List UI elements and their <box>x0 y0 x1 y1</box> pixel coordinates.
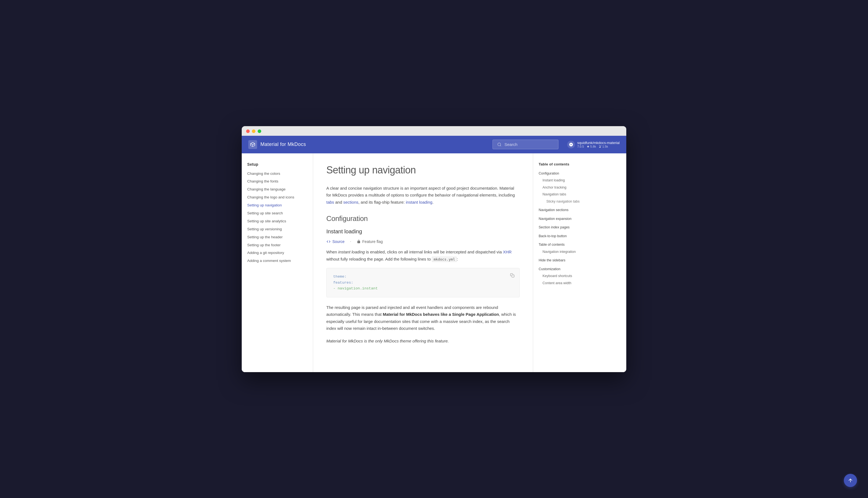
repo-version: 7.0.5 <box>577 145 584 148</box>
page-title: Setting up navigation <box>326 165 520 176</box>
tabs-link[interactable]: tabs <box>326 200 334 205</box>
feature-label: Source · Feature flag <box>326 239 520 244</box>
toc-item-instant-loading[interactable]: Instant loading <box>539 177 593 184</box>
sidebar-item-colors[interactable]: Changing the colors <box>247 170 307 178</box>
browser-window: Material for MkDocs Search squidfunk/mkd… <box>242 126 626 372</box>
toc-item-nav-expansion[interactable]: Navigation expansion <box>539 215 593 223</box>
sidebar: Setup Changing the colors Changing the f… <box>242 153 313 372</box>
sidebar-item-language[interactable]: Changing the language <box>247 185 307 194</box>
page-content: Setting up navigation A clear and concis… <box>313 153 533 372</box>
close-button[interactable] <box>246 129 250 133</box>
navbar-logo[interactable]: Material for MkDocs <box>248 140 306 149</box>
repo-name: squidfunk/mkdocs-material <box>577 141 620 145</box>
sidebar-item-fonts[interactable]: Changing the fonts <box>247 178 307 185</box>
toc-item-back-to-top[interactable]: Back-to-top button <box>539 233 593 240</box>
search-placeholder: Search <box>504 142 517 147</box>
main-content: Setup Changing the colors Changing the f… <box>242 153 626 372</box>
toc-item-content-width[interactable]: Content area width <box>539 280 593 287</box>
content-para-2: The resulting page is parsed and injecte… <box>326 304 520 332</box>
code-line-1: theme: <box>333 274 513 280</box>
toc-item-nav-tabs[interactable]: Navigation tabs <box>539 191 593 198</box>
instant-loading-link[interactable]: instant loading <box>406 200 432 205</box>
svg-line-1 <box>500 145 501 146</box>
sidebar-item-versioning[interactable]: Setting up versioning <box>247 225 307 233</box>
mkdocs-yml-code: mkdocs.yml <box>432 257 457 262</box>
sidebar-item-comments[interactable]: Adding a comment system <box>247 257 307 265</box>
browser-controls <box>246 129 622 133</box>
minimize-button[interactable] <box>252 129 256 133</box>
repo-forks: 1.5k <box>599 145 608 148</box>
svg-point-0 <box>498 143 501 146</box>
browser-chrome <box>242 126 626 136</box>
toc-item-nav-integration[interactable]: Navigation integration <box>539 248 593 255</box>
search-box[interactable]: Search <box>492 140 558 149</box>
feature-separator: · <box>350 239 351 244</box>
sidebar-section-title: Setup <box>247 162 307 167</box>
sidebar-item-header[interactable]: Setting up the header <box>247 233 307 241</box>
toc-item-table-of-contents[interactable]: Table of contents <box>539 241 593 248</box>
content-para-1: When instant loading is enabled, clicks … <box>326 248 520 262</box>
sidebar-item-git[interactable]: Adding a git repository <box>247 249 307 257</box>
source-icon <box>326 239 331 244</box>
repo-stats: 7.0.5 5.8k 1.5k <box>577 145 620 148</box>
svg-rect-2 <box>512 275 514 277</box>
toc-title: Table of contents <box>539 162 593 166</box>
copy-button[interactable] <box>508 272 516 279</box>
lock-icon <box>357 240 361 244</box>
code-line-3: - navigation.instant <box>333 286 513 292</box>
code-block: theme: features: - navigation.instant <box>326 268 520 297</box>
sidebar-item-navigation[interactable]: Setting up navigation <box>247 201 307 209</box>
toc-item-configuration[interactable]: Configuration <box>539 170 593 177</box>
toc-item-nav-sections[interactable]: Navigation sections <box>539 207 593 214</box>
content-intro: A clear and concise navigation structure… <box>326 185 520 206</box>
toc-item-section-index[interactable]: Section index pages <box>539 224 593 231</box>
sidebar-item-analytics[interactable]: Setting up site analytics <box>247 218 307 225</box>
repo-stars: 5.8k <box>587 145 596 148</box>
navbar-repo[interactable]: squidfunk/mkdocs-material 7.0.5 5.8k 1.5… <box>567 141 620 148</box>
logo-icon <box>248 140 257 149</box>
sidebar-item-footer[interactable]: Setting up the footer <box>247 241 307 249</box>
source-link[interactable]: Source <box>326 239 344 244</box>
toc-item-anchor-tracking[interactable]: Anchor tracking <box>539 184 593 191</box>
toc-sidebar: Table of contents Configuration Instant … <box>533 153 599 372</box>
toc-item-keyboard-shortcuts[interactable]: Keyboard shortcuts <box>539 273 593 280</box>
feature-badge: Feature flag <box>357 239 383 244</box>
maximize-button[interactable] <box>258 129 261 133</box>
sections-link[interactable]: sections <box>343 200 358 205</box>
toc-item-customization[interactable]: Customization <box>539 266 593 273</box>
repo-info: squidfunk/mkdocs-material 7.0.5 5.8k 1.5… <box>577 141 620 148</box>
xhr-link[interactable]: XHR <box>503 250 512 254</box>
toc-item-hide-sidebars[interactable]: Hide the sidebars <box>539 257 593 264</box>
back-to-top-button[interactable] <box>844 474 857 487</box>
search-icon <box>497 142 502 147</box>
subsection-instant-loading: Instant loading <box>326 228 520 235</box>
navbar: Material for MkDocs Search squidfunk/mkd… <box>242 136 626 153</box>
sidebar-item-search[interactable]: Setting up site search <box>247 209 307 218</box>
section-config-title: Configuration <box>326 214 520 223</box>
content-para-3: Material for MkDocs is the only MkDocs t… <box>326 338 520 345</box>
repo-icon <box>567 141 575 148</box>
toc-item-sticky-tabs[interactable]: Sticky navigation tabs <box>539 198 593 205</box>
code-line-2: features: <box>333 280 513 286</box>
navbar-title: Material for MkDocs <box>260 142 306 147</box>
sidebar-item-logo[interactable]: Changing the logo and icons <box>247 194 307 201</box>
